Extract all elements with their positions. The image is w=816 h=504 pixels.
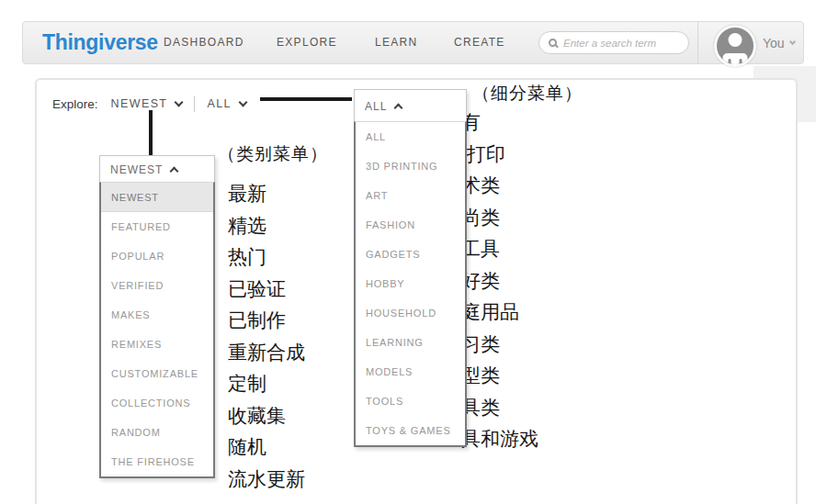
category-menu-annotation: （细分菜单）: [472, 82, 583, 106]
menu-item-learning[interactable]: LEARNING: [356, 328, 465, 357]
sort-menu-list: NEWEST FEATURED POPULAR VERIFIED MAKES R…: [99, 182, 215, 478]
translation-label: 随机: [228, 431, 305, 464]
menu-item-hobby[interactable]: HOBBY: [356, 269, 465, 298]
menu-item-customizable[interactable]: CUSTOMIZABLE: [101, 359, 213, 388]
page: Thingiverse DASHBOARD EXPLORE LEARN CREA…: [0, 0, 816, 504]
callout-line-vertical: [149, 110, 153, 155]
translation-label: 流水更新: [228, 464, 305, 496]
user-label: You: [763, 36, 785, 50]
menu-item-all[interactable]: ALL: [356, 122, 465, 151]
trigger-divider: [194, 96, 195, 112]
menu-item-collections[interactable]: COLLECTIONS: [101, 388, 213, 418]
category-trigger-label: ALL: [207, 97, 231, 110]
search-icon: [549, 39, 557, 47]
translation-label: 已制作: [228, 305, 305, 337]
menu-item-fashion[interactable]: FASHION: [356, 210, 465, 240]
menu-item-popular[interactable]: POPULAR: [101, 241, 213, 271]
chevron-up-icon: [394, 104, 403, 113]
avatar-robot-body: [723, 53, 748, 65]
menu-item-random[interactable]: RANDOM: [101, 418, 213, 447]
sort-dropdown-trigger[interactable]: NEWEST: [111, 97, 183, 110]
chevron-down-icon: [175, 98, 184, 107]
explore-label: Explore:: [52, 97, 98, 111]
avatar-robot-head: [729, 33, 742, 47]
sort-menu: NEWEST NEWEST FEATURED POPULAR VERIFIED …: [99, 155, 215, 478]
translation-label: 收藏集: [228, 400, 305, 432]
translation-label: 热门: [228, 241, 305, 274]
category-menu-list: ALL 3D PRINTING ART FASHION GADGETS HOBB…: [354, 121, 467, 447]
thingiverse-logo[interactable]: Thingiverse: [42, 22, 158, 63]
menu-item-art[interactable]: ART: [356, 181, 465, 210]
nav-item-explore[interactable]: EXPLORE: [277, 22, 337, 63]
sort-menu-translations: 最新 精选 热门 已验证 已制作 重新合成 定制 收藏集 随机 流水更新: [228, 178, 305, 495]
chevron-down-icon: [789, 39, 796, 45]
search-input[interactable]: [563, 38, 681, 49]
user-menu[interactable]: You: [714, 22, 795, 63]
translation-label: 定制: [228, 368, 305, 400]
nav-item-learn[interactable]: LEARN: [375, 22, 418, 63]
translation-label: 最新: [228, 178, 305, 210]
category-menu-header[interactable]: ALL: [355, 90, 466, 122]
menu-item-featured[interactable]: FEATURED: [101, 212, 213, 241]
nav-item-dashboard[interactable]: DASHBOARD: [164, 22, 244, 63]
menu-item-models[interactable]: MODELS: [356, 357, 465, 386]
menu-item-remixes[interactable]: REMIXES: [101, 330, 213, 359]
menu-item-3d-printing[interactable]: 3D PRINTING: [356, 151, 465, 181]
nav-item-create[interactable]: CREATE: [454, 22, 505, 63]
navbar-divider: [697, 22, 698, 63]
sort-menu-header[interactable]: NEWEST: [100, 156, 214, 183]
user-avatar-icon[interactable]: [714, 25, 756, 67]
translation-label: 精选: [228, 210, 305, 242]
chevron-down-icon: [238, 98, 247, 107]
translation-label: 重新合成: [228, 337, 305, 369]
menu-item-the-firehose[interactable]: THE FIREHOSE: [101, 447, 213, 476]
menu-item-tools[interactable]: TOOLS: [356, 386, 465, 416]
menu-item-household[interactable]: HOUSEHOLD: [356, 298, 465, 328]
chevron-up-icon: [170, 167, 179, 176]
sort-menu-header-label: NEWEST: [110, 163, 163, 176]
category-dropdown-trigger[interactable]: ALL: [207, 97, 245, 110]
sort-trigger-label: NEWEST: [111, 97, 168, 110]
menu-item-gadgets[interactable]: GADGETS: [356, 240, 465, 269]
menu-item-verified[interactable]: VERIFIED: [101, 271, 213, 300]
menu-item-toys-games[interactable]: TOYS & GAMES: [356, 416, 465, 445]
translation-label: 已验证: [228, 274, 305, 306]
search-box[interactable]: [538, 31, 689, 54]
top-navbar: Thingiverse DASHBOARD EXPLORE LEARN CREA…: [22, 21, 804, 64]
category-menu: ALL ALL 3D PRINTING ART FASHION GADGETS …: [354, 89, 467, 447]
category-menu-header-label: ALL: [365, 100, 387, 113]
menu-item-newest[interactable]: NEWEST: [101, 183, 213, 212]
menu-item-makes[interactable]: MAKES: [101, 300, 213, 330]
callout-line-horizontal: [260, 97, 352, 101]
sort-menu-annotation: （类别菜单）: [218, 142, 328, 166]
